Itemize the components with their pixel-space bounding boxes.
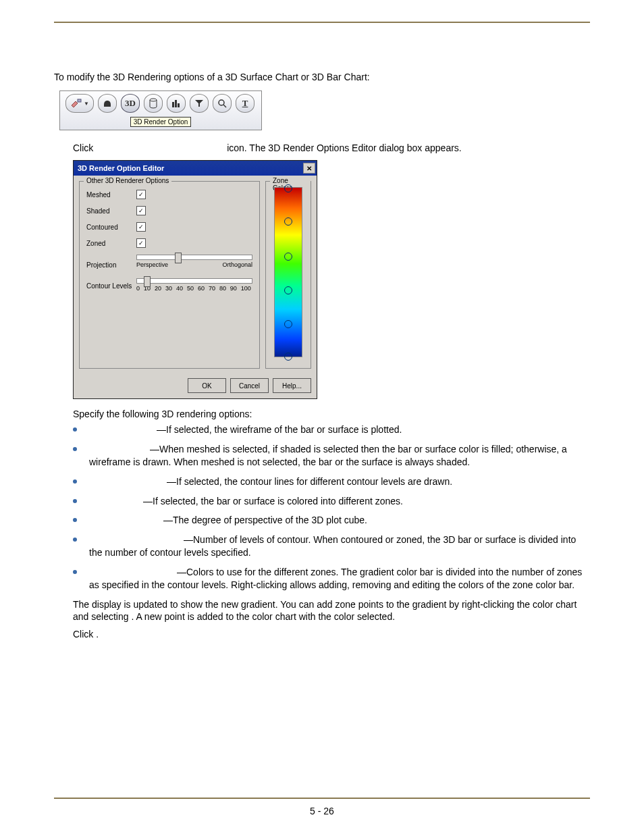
label-projection: Projection xyxy=(86,255,136,269)
zone-color-bar[interactable] xyxy=(274,187,302,357)
top-rule xyxy=(54,22,590,23)
checkbox-contoured[interactable]: ✓ xyxy=(136,222,146,232)
zoom-icon xyxy=(213,94,232,113)
bullet-contoured: —If selected, the contour lines for diff… xyxy=(73,475,590,488)
label-zoned: Zoned xyxy=(86,240,136,247)
ok-button[interactable]: OK xyxy=(188,378,226,393)
dialog-title-text: 3D Render Option Editor xyxy=(78,164,164,172)
help-button[interactable]: Help... xyxy=(273,378,311,393)
label-perspective: Perspective xyxy=(136,261,168,268)
intro-text: To modify the 3D Rendering options of a … xyxy=(54,72,590,82)
3d-icon: 3D xyxy=(121,94,140,113)
post-paragraph-1: The display is updated to show the new g… xyxy=(73,598,590,623)
post-paragraph-2: Click . xyxy=(73,628,590,640)
step-click-pre: Click xyxy=(73,142,93,153)
label-orthogonal: Orthogonal xyxy=(222,261,252,268)
bullet-projection: —The degree of perspective of the 3D plo… xyxy=(73,514,590,527)
slider-projection[interactable] xyxy=(136,255,252,260)
svg-rect-4 xyxy=(178,103,180,107)
hand-icon xyxy=(98,94,117,113)
checkbox-zoned[interactable]: ✓ xyxy=(136,238,146,248)
label-shaded: Shaded xyxy=(86,207,136,215)
scale-ticks: 0102030405060708090100 xyxy=(136,285,251,292)
toolbar-image: ▼ 3D T 3 xyxy=(59,90,262,130)
legend-other: Other 3D Renderer Options xyxy=(84,177,171,184)
checkbox-meshed[interactable]: ✓ xyxy=(136,190,146,199)
step-click-line: Click icon. The 3D Render Options Editor… xyxy=(73,142,590,153)
bullet-contour-levels: —Number of levels of contour. When conto… xyxy=(73,533,590,559)
bullet-zoned: —If selected, the bar or surface is colo… xyxy=(73,495,590,508)
filter-icon xyxy=(190,94,209,113)
cylinder-icon xyxy=(144,94,163,113)
bullet-shaded: —When meshed is selected, if shaded is s… xyxy=(73,443,590,469)
label-contour-levels: Contour Levels xyxy=(86,278,136,290)
bottom-rule xyxy=(54,798,590,799)
slider-contour-levels[interactable] xyxy=(136,278,252,284)
bars-icon xyxy=(167,94,186,113)
svg-rect-0 xyxy=(78,99,81,102)
label-meshed: Meshed xyxy=(86,191,136,199)
svg-point-1 xyxy=(150,99,157,101)
svg-line-6 xyxy=(223,105,226,107)
cancel-button[interactable]: Cancel xyxy=(230,378,269,393)
fieldset-other-3d-options: Other 3D Renderer Options Meshed ✓ Shade… xyxy=(79,181,260,369)
bullet-meshed: —If selected, the wireframe of the bar o… xyxy=(73,423,590,436)
svg-rect-2 xyxy=(172,102,174,107)
text-icon: T xyxy=(236,94,254,113)
svg-rect-3 xyxy=(175,100,177,107)
page-number: 5 - 26 xyxy=(0,806,644,816)
paint-icon: ▼ xyxy=(65,94,94,113)
label-contoured: Contoured xyxy=(86,224,136,231)
tooltip-3d-render-option: 3D Render Option xyxy=(130,117,192,127)
fieldset-zone-colors: Zone Colors xyxy=(265,181,311,369)
dialog-3d-render-option-editor: 3D Render Option Editor ✕ Other 3D Rende… xyxy=(73,160,317,399)
close-icon[interactable]: ✕ xyxy=(303,163,315,174)
specify-heading: Specify the following 3D rendering optio… xyxy=(73,409,590,419)
bullet-list: —If selected, the wireframe of the bar o… xyxy=(73,423,590,592)
svg-point-5 xyxy=(219,100,224,105)
bullet-zone-colors: —Colors to use for the different zones. … xyxy=(73,566,590,592)
step-click-post: icon. The 3D Render Options Editor dialo… xyxy=(227,142,462,153)
checkbox-shaded[interactable]: ✓ xyxy=(136,206,146,215)
